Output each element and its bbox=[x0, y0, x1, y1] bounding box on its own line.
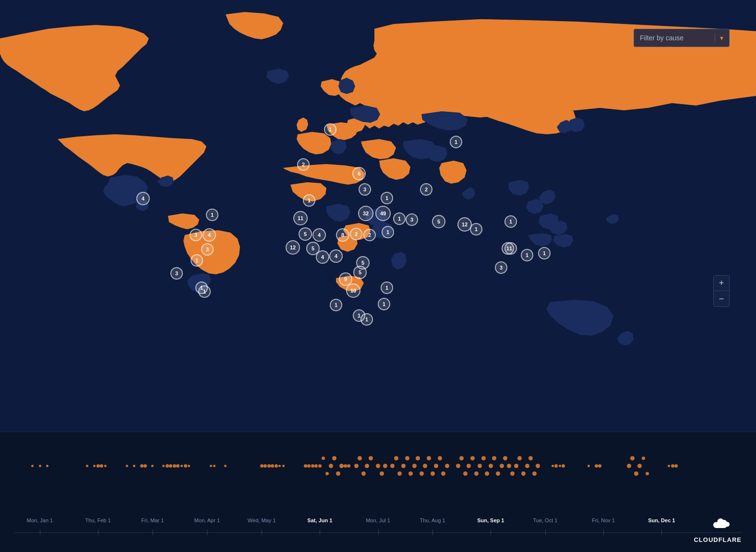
timeline-dot[interactable] bbox=[416, 456, 420, 460]
timeline-dot[interactable] bbox=[595, 464, 598, 468]
timeline-dot[interactable] bbox=[528, 456, 533, 460]
timeline-dot[interactable] bbox=[598, 464, 601, 468]
timeline-dot[interactable] bbox=[361, 471, 366, 476]
timeline-dot[interactable] bbox=[463, 471, 468, 476]
timeline-dot[interactable] bbox=[554, 464, 558, 468]
timeline-dot[interactable] bbox=[642, 457, 645, 460]
timeline-dot[interactable] bbox=[646, 472, 649, 475]
timeline-dot[interactable] bbox=[210, 465, 212, 467]
timeline-dot[interactable] bbox=[470, 456, 475, 460]
timeline-dot[interactable] bbox=[671, 464, 674, 468]
timeline-dot[interactable] bbox=[441, 471, 445, 476]
timeline-dot[interactable] bbox=[521, 471, 526, 476]
timeline-dot[interactable] bbox=[481, 456, 486, 460]
timeline-dot[interactable] bbox=[151, 465, 154, 467]
timeline-dot[interactable] bbox=[140, 464, 144, 468]
timeline-dot[interactable] bbox=[307, 464, 311, 468]
timeline-dot[interactable] bbox=[431, 471, 435, 476]
timeline-dot[interactable] bbox=[282, 465, 285, 467]
timeline-dot[interactable] bbox=[514, 464, 518, 468]
timeline-dot[interactable] bbox=[536, 464, 540, 468]
timeline-dot[interactable] bbox=[496, 471, 500, 476]
timeline-dot[interactable] bbox=[637, 464, 642, 468]
filter-by-cause-dropdown[interactable]: Filter by cause ▾ bbox=[634, 29, 730, 47]
timeline-dot[interactable] bbox=[503, 456, 507, 460]
timeline-dot[interactable] bbox=[133, 465, 135, 467]
timeline-dot[interactable] bbox=[354, 464, 359, 468]
timeline-dot[interactable] bbox=[478, 464, 482, 468]
timeline-dot[interactable] bbox=[525, 464, 529, 468]
timeline-dot[interactable] bbox=[445, 464, 449, 468]
timeline-dot[interactable] bbox=[474, 471, 479, 476]
timeline-dot[interactable] bbox=[427, 456, 431, 460]
timeline-dot[interactable] bbox=[344, 464, 347, 468]
timeline-dot[interactable] bbox=[347, 464, 350, 468]
timeline-dot[interactable] bbox=[314, 464, 318, 468]
timeline-dot[interactable] bbox=[627, 464, 631, 468]
timeline-dot[interactable] bbox=[394, 456, 398, 460]
timeline-dot[interactable] bbox=[184, 464, 187, 468]
timeline-dot[interactable] bbox=[278, 465, 281, 467]
timeline-dot[interactable] bbox=[224, 465, 227, 467]
zoom-out-button[interactable]: − bbox=[714, 291, 729, 306]
timeline-dot[interactable] bbox=[376, 464, 380, 468]
timeline-dot[interactable] bbox=[329, 464, 333, 468]
timeline-dot[interactable] bbox=[264, 464, 267, 468]
timeline-dot[interactable] bbox=[467, 464, 471, 468]
timeline-dot[interactable] bbox=[412, 464, 417, 468]
timeline-dot[interactable] bbox=[322, 457, 325, 460]
timeline-dot[interactable] bbox=[634, 471, 638, 476]
timeline-dot[interactable] bbox=[408, 471, 413, 476]
timeline-dot[interactable] bbox=[456, 464, 460, 468]
timeline-dot[interactable] bbox=[369, 456, 373, 460]
timeline-dot[interactable] bbox=[423, 464, 427, 468]
timeline-dot[interactable] bbox=[358, 456, 362, 460]
timeline-dot[interactable] bbox=[213, 465, 216, 467]
timeline-dot[interactable] bbox=[674, 464, 678, 468]
timeline-dot[interactable] bbox=[339, 464, 344, 468]
timeline-dot[interactable] bbox=[668, 465, 670, 467]
timeline-dot[interactable] bbox=[169, 464, 172, 468]
timeline-dot[interactable] bbox=[507, 464, 511, 468]
timeline-dot[interactable] bbox=[104, 465, 107, 467]
timeline-dot[interactable] bbox=[271, 464, 274, 468]
timeline-dot[interactable] bbox=[96, 464, 100, 468]
timeline-dot[interactable] bbox=[562, 464, 565, 468]
timeline-dot[interactable] bbox=[588, 465, 590, 467]
timeline-dot[interactable] bbox=[311, 464, 314, 468]
timeline-dot[interactable] bbox=[552, 465, 554, 467]
timeline-dot[interactable] bbox=[31, 465, 34, 467]
timeline-dot[interactable] bbox=[173, 464, 176, 468]
timeline-dot[interactable] bbox=[459, 456, 464, 460]
timeline-dot[interactable] bbox=[517, 456, 522, 460]
timeline-dot[interactable] bbox=[434, 464, 438, 468]
timeline-dot[interactable] bbox=[485, 471, 489, 476]
timeline-dot[interactable] bbox=[267, 464, 271, 468]
timeline-dot[interactable] bbox=[188, 465, 190, 467]
timeline-dot[interactable] bbox=[336, 471, 340, 476]
timeline-dot[interactable] bbox=[332, 456, 336, 460]
timeline-dot[interactable] bbox=[559, 465, 561, 467]
timeline-dot[interactable] bbox=[383, 464, 387, 468]
timeline-dot[interactable] bbox=[492, 456, 496, 460]
timeline-dot[interactable] bbox=[318, 464, 322, 468]
timeline-dot[interactable] bbox=[86, 465, 88, 467]
timeline-dot[interactable] bbox=[405, 456, 409, 460]
timeline-dot[interactable] bbox=[390, 464, 395, 468]
timeline-dot[interactable] bbox=[380, 471, 384, 476]
timeline-dot[interactable] bbox=[46, 465, 48, 467]
timeline-dot[interactable] bbox=[365, 464, 369, 468]
timeline-dot[interactable] bbox=[489, 464, 493, 468]
timeline-dot[interactable] bbox=[438, 456, 442, 460]
timeline-dot[interactable] bbox=[401, 464, 406, 468]
timeline-dot[interactable] bbox=[180, 465, 183, 467]
timeline-dot[interactable] bbox=[275, 464, 278, 468]
timeline-dot[interactable] bbox=[532, 471, 537, 476]
timeline-dot[interactable] bbox=[39, 465, 41, 467]
timeline-dot[interactable] bbox=[510, 471, 515, 476]
timeline-dot[interactable] bbox=[630, 456, 635, 460]
timeline-dot[interactable] bbox=[176, 464, 180, 468]
timeline-dot[interactable] bbox=[420, 471, 424, 476]
timeline-dot[interactable] bbox=[144, 464, 147, 468]
timeline-dot[interactable] bbox=[166, 464, 169, 468]
